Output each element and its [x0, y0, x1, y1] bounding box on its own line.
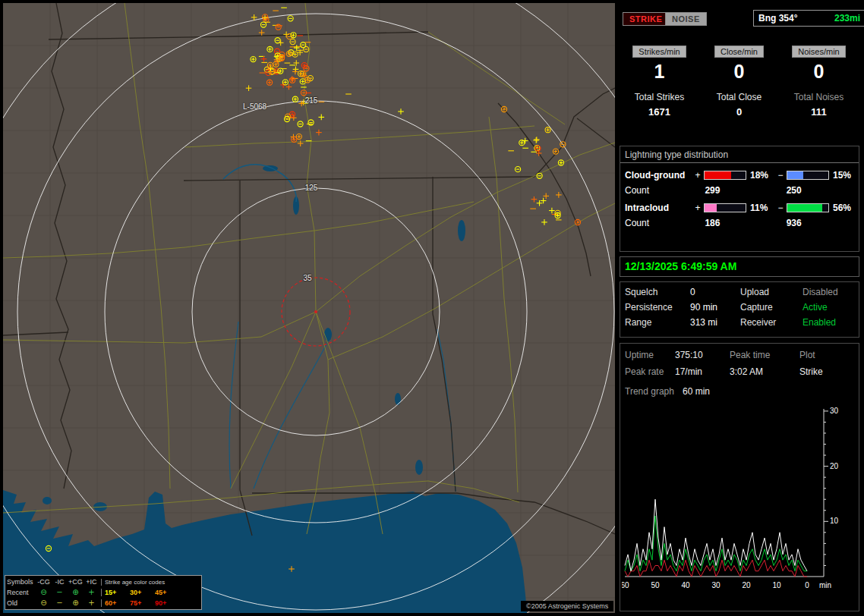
- sidebar: STRIKE NOISE Bng 354° 233mi Strikes/min …: [620, 0, 861, 616]
- status-row: Range 313 mi Receiver Enabled: [620, 317, 859, 328]
- range-ring-label: 35: [303, 274, 311, 282]
- svg-text:40: 40: [681, 581, 690, 589]
- trend-graph-label: Trend graph: [625, 386, 683, 397]
- trend-graph-value: 60 min: [683, 386, 737, 397]
- peak-rate-row: Peak rate 17/min 3:02 AM Strike: [620, 366, 859, 377]
- peak-time-value: 3:02 AM: [730, 366, 799, 377]
- uptime-row: Uptime 375:10 Peak time Plot: [620, 350, 859, 360]
- svg-text:10: 10: [772, 581, 781, 589]
- bearing-label: Bng 354°: [758, 13, 797, 24]
- peak-time-label: Peak time: [730, 350, 799, 360]
- minus-sign: −: [776, 203, 785, 213]
- uptime-label: Uptime: [625, 350, 675, 360]
- cg-positive-percent: 18%: [748, 170, 776, 181]
- svg-text:50: 50: [651, 581, 660, 589]
- cg-negative-percent: 15%: [831, 170, 859, 181]
- ic-positive-bar: [704, 203, 746, 212]
- count-label: Count: [625, 218, 695, 228]
- ic-negative-count: 936: [777, 218, 859, 228]
- legend-col-label: +IC: [84, 578, 99, 586]
- ic-count-row: Count 186 936: [620, 218, 859, 228]
- datetime-panel: 12/13/2025 6:49:59 AM: [620, 256, 859, 277]
- svg-text:30: 30: [711, 581, 721, 589]
- svg-text:20: 20: [742, 581, 751, 589]
- cg-negative-bar: [787, 171, 829, 180]
- svg-text:0: 0: [805, 581, 809, 589]
- circle-plus-icon: ⊕: [68, 589, 84, 596]
- total-noises-label: Total Noises: [779, 92, 859, 102]
- legend-row-label: Recent: [7, 589, 36, 596]
- plot-value: Strike: [799, 366, 823, 377]
- total-noises-value: 111: [779, 106, 859, 118]
- distribution-title: Lightning type distribution: [620, 146, 859, 163]
- legend-age-title: Strike age color codes: [101, 579, 188, 586]
- copyright-text: ©2005 Astrogenic Systems: [521, 601, 613, 611]
- persistence-value: 90 min: [690, 302, 740, 313]
- minus-icon: −: [52, 599, 68, 607]
- close-per-min-column: Close/min 0 Total Close 0: [699, 44, 779, 118]
- peak-rate-value: 17/min: [675, 366, 730, 377]
- cg-count-row: Count 299 250: [620, 185, 859, 196]
- svg-text:20: 20: [830, 462, 839, 470]
- app-window: L-5068 21512535 Symbols -CG -IC +CG +IC …: [0, 0, 864, 616]
- total-close-label: Total Close: [699, 92, 779, 102]
- close-per-min-label: Close/min: [714, 46, 764, 58]
- noises-per-min-value: 0: [779, 61, 859, 83]
- legend-symbols-title: Symbols: [7, 578, 36, 586]
- squelch-label: Squelch: [625, 287, 690, 297]
- strikes-per-min-label: Strikes/min: [632, 46, 686, 58]
- cg-positive-count: 299: [695, 185, 777, 196]
- map-canvas: [3, 3, 615, 613]
- ic-positive-count: 186: [695, 218, 777, 228]
- cg-positive-bar: [704, 171, 746, 180]
- count-label: Count: [625, 185, 695, 196]
- trend-row: Trend graph 60 min: [620, 386, 859, 397]
- peak-rate-label: Peak rate: [625, 366, 675, 377]
- status-row: Squelch 0 Upload Disabled: [620, 287, 859, 297]
- bearing-distance: 233mi: [834, 13, 860, 24]
- range-ring-label: 125: [305, 184, 318, 192]
- range-label: Range: [625, 317, 690, 328]
- age-code: 30+: [130, 589, 155, 596]
- range-value: 313 mi: [690, 317, 740, 328]
- plus-sign: +: [693, 170, 702, 181]
- age-code: 75+: [130, 599, 155, 607]
- map-legend: Symbols -CG -IC +CG +IC Strike age color…: [5, 575, 202, 610]
- capture-label: Capture: [740, 302, 803, 313]
- age-code: 45+: [155, 589, 180, 596]
- noises-per-min-column: Noises/min 0 Total Noises 111: [779, 44, 859, 118]
- ic-negative-bar: [787, 203, 829, 212]
- legend-col-label: +CG: [68, 578, 84, 586]
- intracloud-row: Intracloud + 11% − 56%: [620, 203, 859, 213]
- circle-plus-icon: ⊕: [68, 599, 84, 607]
- status-panel: Squelch 0 Upload Disabled Persistence 90…: [620, 281, 859, 338]
- age-code: 60+: [101, 599, 130, 607]
- upload-label: Upload: [740, 287, 803, 297]
- strikes-per-min-value: 1: [620, 61, 699, 83]
- legend-col-label: -IC: [52, 578, 68, 586]
- bearing-readout: Bng 354° 233mi: [753, 10, 864, 27]
- plus-icon: +: [84, 589, 99, 596]
- circle-minus-icon: ⊖: [36, 589, 52, 596]
- storm-cell-label: L-5068: [243, 102, 266, 111]
- rate-panel: Strikes/min 1 Total Strikes 1671 Close/m…: [620, 44, 859, 118]
- cloud-ground-row: Cloud-ground + 18% − 15%: [620, 170, 859, 181]
- strike-indicator-button[interactable]: STRIKE: [623, 12, 669, 26]
- svg-text:10: 10: [830, 517, 839, 525]
- trend-graph: 1020306050403020100min: [622, 401, 856, 608]
- age-code: 15+: [101, 589, 130, 596]
- total-strikes-label: Total Strikes: [620, 92, 699, 102]
- strikes-per-min-column: Strikes/min 1 Total Strikes 1671: [620, 44, 699, 118]
- sensor-position-marker: [314, 310, 317, 313]
- cloud-ground-label: Cloud-ground: [625, 170, 693, 181]
- persistence-label: Persistence: [625, 302, 690, 313]
- cg-negative-count: 250: [777, 185, 859, 196]
- lightning-map[interactable]: L-5068 21512535 Symbols -CG -IC +CG +IC …: [3, 3, 615, 613]
- minus-sign: −: [776, 170, 785, 181]
- minus-icon: −: [52, 589, 68, 596]
- total-close-value: 0: [699, 106, 779, 118]
- svg-text:60: 60: [622, 581, 629, 589]
- legend-col-label: -CG: [36, 578, 52, 586]
- uptime-value: 375:10: [675, 350, 730, 360]
- noise-indicator-button[interactable]: NOISE: [665, 12, 707, 26]
